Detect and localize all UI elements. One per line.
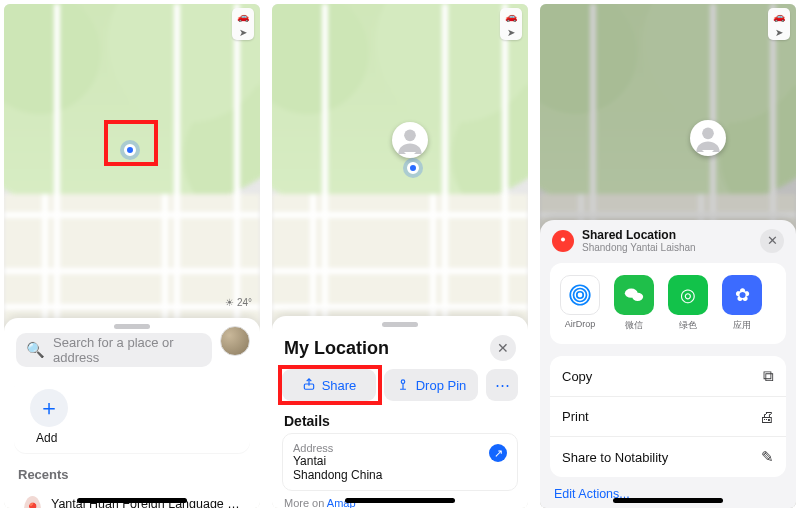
address-line2: Shandong China bbox=[293, 468, 507, 482]
car-icon: 🚗 bbox=[237, 11, 249, 22]
svg-point-0 bbox=[404, 130, 416, 142]
phone-screen-3: 🚗 ➤ Shared Location Shandong Yantai Lais… bbox=[540, 4, 796, 508]
map-mode-control[interactable]: 🚗 ➤ bbox=[232, 8, 254, 40]
favorites-card: ＋ Add bbox=[14, 377, 250, 453]
share-target-app1[interactable]: ◎ 绿色 bbox=[668, 275, 708, 332]
sun-icon: ☀ bbox=[225, 297, 234, 308]
phone-screen-1: 🚗 ➤ ☀ 24° 🔍 Search for a place or addres… bbox=[4, 4, 260, 508]
notability-label: Share to Notability bbox=[562, 450, 668, 465]
add-label: Add bbox=[36, 431, 57, 445]
highlight-box bbox=[278, 365, 382, 405]
app2-label: 应用 bbox=[733, 319, 751, 332]
home-indicator[interactable] bbox=[77, 498, 187, 503]
phone-screen-2: 🚗 ➤ My Location ✕ Share bbox=[272, 4, 528, 508]
location-avatar-pin[interactable] bbox=[392, 122, 428, 158]
share-actions-list: Copy ⧉ Print 🖨 Share to Notability ✎ bbox=[550, 356, 786, 477]
share-sheet-subtitle: Shandong Yantai Laishan bbox=[582, 242, 696, 253]
sheet-grabber[interactable] bbox=[382, 322, 418, 327]
svg-point-3 bbox=[702, 128, 714, 140]
compass-icon: ➤ bbox=[239, 27, 247, 38]
directions-button[interactable]: ↗ bbox=[489, 444, 507, 462]
more-button[interactable]: ⋯ bbox=[486, 369, 518, 401]
svg-point-2 bbox=[401, 379, 405, 383]
person-icon bbox=[396, 126, 424, 154]
share-sheet: Shared Location Shandong Yantai Laishan … bbox=[540, 220, 796, 508]
sheet-title: My Location bbox=[284, 338, 389, 359]
map-mode-control[interactable]: 🚗 ➤ bbox=[768, 8, 790, 40]
map-pin-icon: 📍 bbox=[24, 496, 41, 508]
share-target-wechat[interactable]: 微信 bbox=[614, 275, 654, 332]
compass-icon: ➤ bbox=[775, 27, 783, 38]
weather-badge: ☀ 24° bbox=[225, 297, 252, 308]
svg-point-4 bbox=[561, 237, 565, 241]
car-icon: 🚗 bbox=[773, 11, 785, 22]
app1-label: 绿色 bbox=[679, 319, 697, 332]
action-share-notability[interactable]: Share to Notability ✎ bbox=[550, 436, 786, 477]
svg-point-5 bbox=[577, 292, 584, 299]
pencil-icon: ✎ bbox=[761, 448, 774, 466]
compass-icon: ➤ bbox=[507, 27, 515, 38]
drop-pin-button[interactable]: Drop Pin bbox=[384, 369, 478, 401]
add-favorite-button[interactable]: ＋ bbox=[30, 389, 68, 427]
wechat-label: 微信 bbox=[625, 319, 643, 332]
search-input[interactable]: 🔍 Search for a place or address bbox=[16, 333, 212, 367]
share-sheet-title: Shared Location bbox=[582, 228, 696, 242]
action-copy[interactable]: Copy ⧉ bbox=[550, 356, 786, 396]
print-icon: 🖨 bbox=[759, 408, 774, 425]
share-target-app2[interactable]: ✿ 应用 bbox=[722, 275, 762, 332]
home-indicator[interactable] bbox=[345, 498, 455, 503]
address-card[interactable]: Address Yantai Shandong China ↗ bbox=[282, 433, 518, 491]
sheet-grabber[interactable] bbox=[114, 324, 150, 329]
location-sheet: My Location ✕ Share Drop Pin ⋯ bbox=[272, 316, 528, 508]
details-heading: Details bbox=[284, 413, 516, 429]
airdrop-label: AirDrop bbox=[565, 319, 596, 329]
location-avatar-pin[interactable] bbox=[690, 120, 726, 156]
address-line1: Yantai bbox=[293, 454, 507, 468]
person-icon bbox=[694, 124, 722, 152]
share-target-airdrop[interactable]: AirDrop bbox=[560, 275, 600, 332]
search-placeholder: Search for a place or address bbox=[53, 335, 202, 365]
location-pin-icon bbox=[552, 230, 574, 252]
highlight-box bbox=[104, 120, 158, 166]
drop-pin-icon bbox=[396, 377, 410, 394]
map-mode-control[interactable]: 🚗 ➤ bbox=[500, 8, 522, 40]
search-icon: 🔍 bbox=[26, 341, 45, 359]
search-sheet: 🔍 Search for a place or address ＋ Add Re… bbox=[4, 318, 260, 508]
profile-avatar[interactable] bbox=[220, 326, 250, 356]
action-print[interactable]: Print 🖨 bbox=[550, 396, 786, 436]
recents-heading: Recents bbox=[18, 467, 246, 482]
share-target-grid: AirDrop 微信 ◎ 绿色 ✿ 应用 bbox=[550, 263, 786, 344]
close-button[interactable]: ✕ bbox=[490, 335, 516, 361]
current-location-dot[interactable] bbox=[407, 162, 419, 174]
svg-point-6 bbox=[574, 289, 587, 302]
turn-arrow-icon: ↗ bbox=[494, 447, 503, 460]
close-button[interactable]: ✕ bbox=[760, 229, 784, 253]
svg-point-9 bbox=[632, 293, 643, 301]
print-label: Print bbox=[562, 409, 589, 424]
ellipsis-icon: ⋯ bbox=[495, 376, 510, 394]
wechat-icon bbox=[614, 275, 654, 315]
copy-label: Copy bbox=[562, 369, 592, 384]
drop-pin-label: Drop Pin bbox=[416, 378, 467, 393]
airdrop-icon bbox=[560, 275, 600, 315]
green-app-icon: ◎ bbox=[668, 275, 708, 315]
blue-app-icon: ✿ bbox=[722, 275, 762, 315]
car-icon: 🚗 bbox=[505, 11, 517, 22]
copy-icon: ⧉ bbox=[763, 367, 774, 385]
address-key: Address bbox=[293, 442, 507, 454]
home-indicator[interactable] bbox=[613, 498, 723, 503]
weather-temp: 24° bbox=[237, 297, 252, 308]
